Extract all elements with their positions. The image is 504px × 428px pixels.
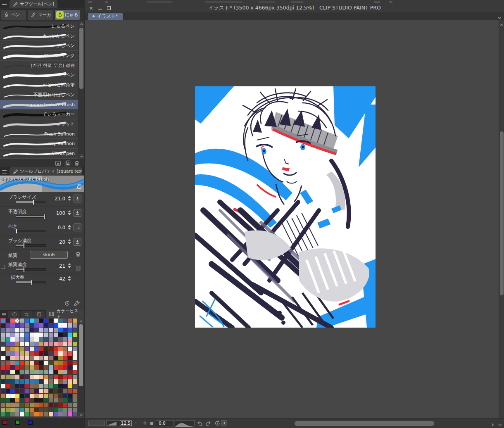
color-swatch[interactable]	[25, 365, 29, 369]
color-swatch[interactable]	[44, 319, 48, 323]
color-swatch[interactable]	[1, 356, 5, 360]
color-swatch[interactable]	[30, 356, 34, 360]
color-swatch[interactable]	[49, 347, 53, 351]
color-swatch[interactable]	[39, 337, 44, 341]
subtool-panel-tab[interactable]: サブツール[ペン]	[10, 0, 57, 8]
color-swatch[interactable]	[6, 323, 10, 327]
color-swatch[interactable]	[34, 389, 39, 393]
color-swatch[interactable]	[10, 408, 15, 412]
color-swatch[interactable]	[73, 356, 77, 360]
scroll-up-icon[interactable]	[499, 21, 504, 29]
color-swatch[interactable]	[39, 412, 44, 416]
color-swatch[interactable]	[49, 370, 53, 374]
reset-settings-icon[interactable]	[64, 300, 70, 307]
color-swatch[interactable]	[44, 337, 48, 341]
color-swatch[interactable]	[39, 379, 44, 383]
color-swatch[interactable]	[73, 408, 77, 412]
color-swatch[interactable]	[1, 412, 5, 416]
color-swatch[interactable]	[6, 412, 10, 416]
scroll-down-icon[interactable]	[498, 421, 502, 428]
color-swatch[interactable]	[39, 361, 44, 365]
color-swatch[interactable]	[49, 389, 53, 393]
brush-row[interactable]: フラット	[0, 119, 84, 129]
color-swatch[interactable]	[63, 370, 68, 374]
color-swatch[interactable]	[10, 319, 15, 323]
color-swatch[interactable]	[63, 351, 68, 355]
color-swatch[interactable]	[49, 365, 53, 369]
texture-density-stepper[interactable]	[68, 263, 71, 268]
color-swatch[interactable]	[44, 408, 48, 412]
color-swatch[interactable]	[1, 323, 5, 327]
color-swatch[interactable]	[44, 412, 48, 416]
color-swatch[interactable]	[20, 319, 24, 323]
color-swatch[interactable]	[54, 412, 58, 416]
color-swatch[interactable]	[39, 342, 44, 346]
color-swatch[interactable]	[10, 403, 15, 407]
color-swatch[interactable]	[6, 328, 10, 332]
color-swatch[interactable]	[68, 365, 72, 369]
color-swatch[interactable]	[44, 361, 48, 365]
color-swatch[interactable]	[25, 394, 29, 398]
color-swatch[interactable]	[63, 356, 68, 360]
color-swatch[interactable]	[34, 408, 39, 412]
color-swatch[interactable]	[25, 403, 29, 407]
opacity-stepper[interactable]	[68, 210, 71, 215]
color-swatch[interactable]	[63, 398, 68, 402]
import-subtool-icon[interactable]	[55, 160, 61, 166]
direction-slider[interactable]	[16, 230, 46, 232]
color-history-scrollbar[interactable]	[78, 319, 84, 418]
scroll-thumb[interactable]	[500, 131, 504, 295]
brush-density-slider[interactable]	[16, 244, 46, 247]
tab-nyuru[interactable]: にゅる	[55, 10, 80, 20]
color-swatch[interactable]	[63, 389, 68, 393]
color-swatch[interactable]	[15, 420, 20, 425]
redo-icon[interactable]	[205, 420, 212, 428]
texture-density-slider[interactable]	[16, 268, 46, 271]
color-swatch[interactable]	[44, 384, 48, 388]
color-swatch[interactable]	[25, 337, 29, 341]
color-swatch[interactable]	[58, 408, 63, 412]
color-swatch[interactable]	[25, 356, 29, 360]
color-swatch[interactable]	[63, 379, 68, 383]
color-swatch[interactable]	[28, 420, 33, 425]
color-swatch[interactable]	[10, 342, 15, 346]
color-swatch[interactable]	[73, 351, 77, 355]
tab-pen[interactable]: ペン	[1, 10, 26, 20]
color-swatch[interactable]	[54, 370, 58, 374]
color-swatch[interactable]	[58, 337, 63, 341]
color-swatch[interactable]	[1, 319, 5, 323]
brush-row[interactable]: Citrus pen	[0, 149, 84, 159]
color-swatch[interactable]	[49, 328, 53, 332]
scroll-left-icon[interactable]	[221, 420, 227, 426]
color-swatch[interactable]	[63, 347, 68, 351]
color-swatch[interactable]	[6, 361, 10, 365]
duplicate-subtool-icon[interactable]	[64, 160, 71, 166]
color-swatch[interactable]	[25, 408, 29, 412]
color-swatch[interactable]	[30, 333, 34, 337]
color-swatch[interactable]	[54, 351, 58, 355]
brush-list-scrollbar[interactable]	[78, 21, 84, 159]
brush-row[interactable]: にゅるペン	[0, 21, 84, 31]
collapse-icon[interactable]: −	[1, 265, 5, 269]
brush-row[interactable]: Mameoインク	[0, 51, 84, 61]
color-swatch[interactable]	[34, 328, 39, 332]
color-swatch[interactable]	[30, 342, 34, 346]
color-swatch[interactable]	[73, 389, 77, 393]
brush-row[interactable]: かしペン	[0, 41, 84, 51]
scroll-thumb[interactable]	[295, 421, 434, 426]
remove-texture-icon[interactable]	[75, 251, 81, 259]
color-swatch[interactable]	[68, 412, 72, 416]
color-swatch[interactable]	[58, 379, 63, 383]
color-swatch[interactable]	[15, 333, 20, 337]
color-swatch[interactable]	[73, 384, 77, 388]
color-swatch[interactable]	[58, 389, 63, 393]
color-swatch[interactable]	[30, 337, 34, 341]
color-swatch[interactable]	[68, 394, 72, 398]
color-swatch[interactable]	[6, 337, 10, 341]
color-swatch[interactable]	[54, 356, 58, 360]
color-swatch[interactable]	[15, 389, 20, 393]
color-swatch[interactable]	[15, 384, 20, 388]
color-swatch[interactable]	[6, 398, 10, 402]
color-swatch[interactable]	[54, 375, 58, 379]
color-swatch[interactable]	[44, 347, 48, 351]
